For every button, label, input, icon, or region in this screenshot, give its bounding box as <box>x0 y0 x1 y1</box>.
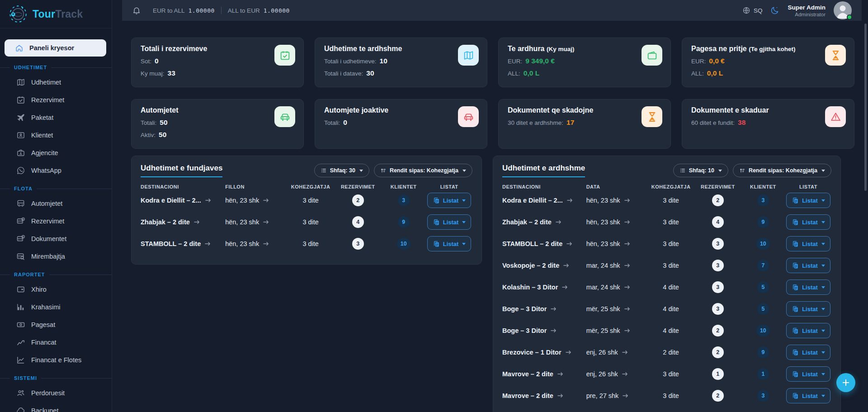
listat-button[interactable]: Listat <box>427 214 472 230</box>
avatar[interactable] <box>834 1 852 19</box>
add-button[interactable] <box>836 373 855 392</box>
destination-link[interactable]: Voskopoje – 2 dite <box>502 262 586 269</box>
sort-by-button[interactable]: Rendit sipas: Kohezgjatja <box>733 164 831 177</box>
listat-button[interactable]: Listat <box>427 236 472 251</box>
sidebar-item-mirembajtja[interactable]: Mirembajtja <box>0 247 112 265</box>
sidebar-item-automjetet[interactable]: Automjetet <box>0 194 112 212</box>
listat-button[interactable]: Listat <box>427 193 472 208</box>
listat-button[interactable]: Listat <box>786 366 830 382</box>
destination-link[interactable]: Zhabjak – 2 dite <box>502 218 586 226</box>
date-link[interactable]: hën, 23 shk <box>586 218 647 226</box>
date-link[interactable]: enj, 26 shk <box>586 349 647 356</box>
destination-link[interactable]: Kodra e Diellit – 2... <box>141 197 225 204</box>
plus-icon <box>841 378 850 387</box>
duration-cell: 4 dite <box>647 327 695 334</box>
listat-button[interactable]: Listat <box>786 323 830 338</box>
stat-value: 38 <box>738 118 745 126</box>
date-link[interactable]: mër, 25 shk <box>586 305 647 313</box>
language-selector[interactable]: SQ <box>742 6 763 14</box>
sidebar-item-financat-e-flotes[interactable]: Financat e Flotes <box>0 351 112 369</box>
date-link[interactable]: hën, 23 shk <box>225 218 287 226</box>
sidebar-item-pagesat[interactable]: Pagesat <box>0 316 112 333</box>
sidebar-section-flota: FLOTA <box>0 186 112 191</box>
page-scrollbar[interactable] <box>864 24 867 191</box>
date-link[interactable]: pre, 27 shk <box>586 392 647 399</box>
list-icon <box>321 167 327 174</box>
notifications-bell-icon[interactable] <box>132 6 141 15</box>
date-link[interactable]: hën, 23 shk <box>586 240 647 247</box>
sidebar-item-dokumentet[interactable]: Dokumentet <box>0 230 112 247</box>
destination-link[interactable]: Boge – 3 Ditor <box>502 327 586 334</box>
caret-down-icon <box>821 199 825 202</box>
arrow-right-icon <box>622 372 628 376</box>
listat-button[interactable]: Listat <box>786 258 830 273</box>
sidebar-item-udhetimet[interactable]: Udhetimet <box>0 73 112 91</box>
sidebar-item-krahasimi[interactable]: Krahasimi <box>0 298 112 316</box>
sidebar-item-paneli-kryesor[interactable]: Paneli kryesor <box>5 39 106 57</box>
stat-label: ALL: <box>691 70 704 77</box>
show-count-button[interactable]: Shfaq: 10 <box>673 164 728 177</box>
date-link[interactable]: mar, 24 shk <box>586 262 647 269</box>
hourglass-icon <box>825 45 846 66</box>
listat-button[interactable]: Listat <box>786 301 830 317</box>
destination-link[interactable]: STAMBOLL – 2 dite <box>141 240 225 247</box>
date-link[interactable]: hën, 23 shk <box>586 197 647 204</box>
arrow-right-icon <box>624 263 630 268</box>
reservations-badge: 3 <box>712 260 724 271</box>
topbar: EUR to ALL 1.00000 ALL to EUR 1.00000 SQ… <box>122 0 862 21</box>
listat-button[interactable]: Listat <box>786 279 830 295</box>
destination-link[interactable]: Mavrove – 2 dite <box>502 370 586 378</box>
dark-mode-toggle[interactable] <box>770 6 779 15</box>
listat-button[interactable]: Listat <box>786 236 830 251</box>
reservations-badge: 2 <box>712 390 724 402</box>
table-row: Kolashin – 3 Ditor mar, 24 shk 4 dite 3 … <box>502 276 831 298</box>
date-link[interactable]: mër, 25 shk <box>586 327 647 334</box>
stat-value: 50 <box>160 118 167 126</box>
logo-text-secondary: Track <box>55 8 83 20</box>
listat-button[interactable]: Listat <box>786 193 830 208</box>
date-link[interactable]: hën, 23 shk <box>225 240 287 247</box>
destination-link[interactable]: Boge – 3 Ditor <box>502 305 586 313</box>
sidebar-item-agjencite[interactable]: Agjencite <box>0 144 112 161</box>
destination-link[interactable]: Zhabjak – 2 dite <box>141 218 225 226</box>
sidebar-item-klientet[interactable]: Klientet <box>0 126 112 144</box>
sidebar-item-backupet[interactable]: Backupet <box>0 402 112 412</box>
show-count-button[interactable]: Shfaq: 30 <box>314 164 369 177</box>
destination-link[interactable]: Mavrove – 2 dite <box>502 392 586 399</box>
sidebar-item-financat[interactable]: Financat <box>0 333 112 351</box>
sidebar-item-flota-rezervimet[interactable]: Rezervimet <box>0 212 112 230</box>
reservations-badge: 4 <box>352 216 364 228</box>
table-row: Kodra e Diellit – 2... hën, 23 shk 3 dit… <box>141 189 472 211</box>
card-title-suffix: (Te gjitha kohet) <box>749 46 795 52</box>
destination-link[interactable]: Brezovice – 1 Ditor <box>502 349 586 356</box>
date-link[interactable]: enj, 26 shk <box>586 370 647 378</box>
date-link[interactable]: hën, 23 shk <box>225 197 287 204</box>
listat-button[interactable]: Listat <box>786 345 830 360</box>
card-title: Udhetime te ardhshme <box>324 45 478 53</box>
upcoming-trips-panel: Udhetimet e ardhshme Shfaq: 10 Rendit si… <box>493 156 841 412</box>
destination-link[interactable]: STAMBOLL – 2 dite <box>502 240 586 247</box>
sidebar-item-rezervimet[interactable]: Rezervimet <box>0 91 112 109</box>
caret-down-icon <box>462 170 466 172</box>
stat-label: 60 ditet e fundit: <box>691 119 735 126</box>
sort-by-button[interactable]: Rendit sipas: Kohezgjatja <box>374 164 472 177</box>
stat-value: 50 <box>159 131 166 138</box>
table-row: Brezovice – 1 Ditor enj, 26 shk 2 dite 2… <box>502 341 831 363</box>
listat-button[interactable]: Listat <box>786 388 830 403</box>
stat-label: EUR: <box>508 58 522 65</box>
destination-link[interactable]: Kodra e Diellit – 2... <box>502 197 586 204</box>
sidebar-item-xhiro[interactable]: Xhiro <box>0 280 112 298</box>
destination-link[interactable]: Kolashin – 3 Ditor <box>502 284 586 291</box>
listat-button[interactable]: Listat <box>786 214 830 230</box>
caret-down-icon <box>359 170 363 172</box>
date-link[interactable]: mar, 24 shk <box>586 284 647 291</box>
arrow-right-icon <box>623 393 628 398</box>
section-label: SISTEMI <box>14 375 37 381</box>
sidebar-item-paketat[interactable]: Paketat <box>0 109 112 126</box>
documents-icon <box>792 327 799 335</box>
id-card-icon <box>16 131 25 140</box>
sidebar-item-perdoruesit[interactable]: Perdoruesit <box>0 384 112 402</box>
reservations-badge: 4 <box>712 216 724 228</box>
sidebar-item-whatsapp[interactable]: WhatsApp <box>0 161 112 179</box>
stat-label: Totali: <box>141 119 156 126</box>
